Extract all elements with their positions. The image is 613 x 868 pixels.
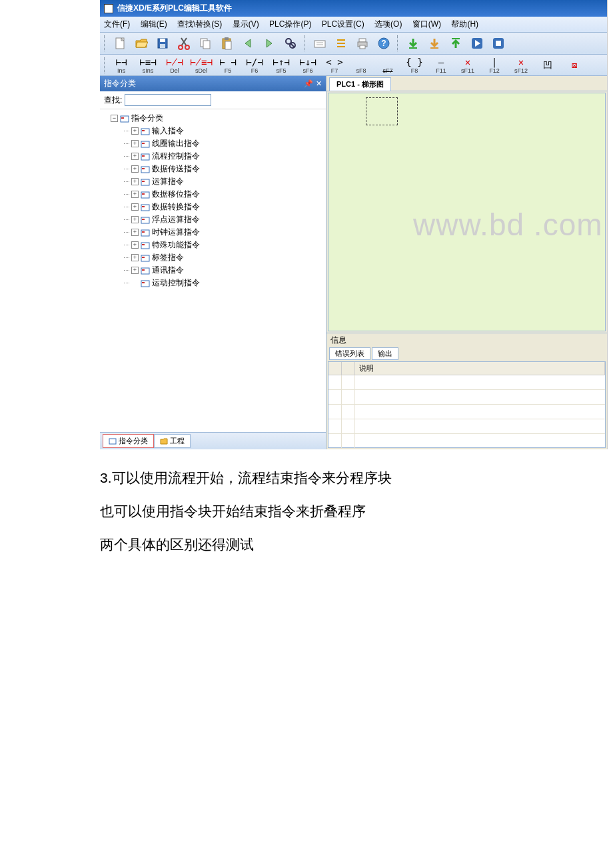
ladder-tool-sF6[interactable]: ⊢↓⊣sF6 [296,57,320,74]
tree-item[interactable]: +通讯指令 [124,264,322,277]
svg-rect-34 [142,130,145,131]
ladder-tool-17[interactable]: ⊠ [562,60,586,71]
menu-option[interactable]: 选项(O) [374,19,402,29]
svg-rect-51 [141,243,149,249]
expander-icon[interactable]: + [131,165,139,173]
ladder-tool-sF12[interactable]: ✕sF12 [509,57,533,74]
open-button[interactable] [133,35,149,51]
ladder-tool-F6[interactable]: ⊢/⊣F6 [243,57,267,74]
ladder-tool-sIns[interactable]: ⊢≡⊣sIns [136,57,160,74]
doc-tab[interactable]: PLC1 - 梯形图 [329,77,391,91]
download-button[interactable] [405,35,421,51]
ladder-tool-F7[interactable]: < >F7 [322,57,346,74]
search-row: 查找: [100,91,326,109]
cut-button[interactable] [176,35,192,51]
tab-project[interactable]: 工程 [154,434,191,448]
tree-item[interactable]: 运动控制指令 [124,277,322,289]
ladder-tool-F8[interactable]: { }F8 [402,57,426,74]
expander-icon[interactable]: + [131,203,139,211]
ladder-tool-Del[interactable]: ⊬⊣Del [163,57,187,74]
expander-icon[interactable]: + [131,216,139,223]
expander-icon[interactable]: + [131,267,139,274]
help-button[interactable]: ? [376,35,392,51]
folder-icon [141,254,150,262]
expander-icon[interactable]: − [111,115,118,122]
ladder-glyph-icon: ⊢/⊣ [246,57,263,67]
tree-item[interactable]: +输入指令 [124,125,322,137]
svg-rect-44 [142,193,145,195]
new-button[interactable] [112,35,128,51]
back-button[interactable] [240,35,256,51]
ladder-tool-Ins[interactable]: ⊢⊣Ins [109,57,133,74]
ladder-editor[interactable] [328,93,606,331]
svg-line-13 [291,43,295,47]
svg-rect-54 [142,257,145,258]
save-button[interactable] [155,35,171,51]
tree-item[interactable]: +数据转换指令 [124,201,322,213]
ladder-tool-label: F5 [225,67,232,74]
ladder-tool-F11[interactable]: —F11 [429,57,453,74]
expander-icon[interactable]: + [131,140,139,147]
tree-root-item[interactable]: − 指令分类 [111,112,322,125]
find-button[interactable] [283,35,299,51]
ladder-tool-F5[interactable]: ⊢ ⊣F5 [216,57,240,74]
tab-output[interactable]: 输出 [372,347,398,360]
ladder-tool-sF11[interactable]: ✕sF11 [456,57,480,74]
menu-file[interactable]: 文件(F) [104,19,130,29]
search-input[interactable] [125,94,211,106]
svg-rect-52 [142,244,145,245]
ladder-tool-F12[interactable]: |F12 [482,57,506,74]
pin-icon[interactable]: 📌 [304,79,313,88]
expander-icon[interactable]: + [131,153,139,160]
menu-plcop[interactable]: PLC操作(P) [269,19,311,29]
list-button[interactable] [333,35,349,51]
expander-icon[interactable]: + [131,254,139,261]
expander-icon[interactable]: + [131,241,139,249]
paste-button[interactable] [219,35,235,51]
forward-button[interactable] [261,35,277,51]
bottom-tabs: 指令分类 工程 [100,432,326,449]
tree-item[interactable]: +数据传送指令 [124,163,322,175]
menu-edit[interactable]: 编辑(E) [141,19,167,29]
ladder-tool-16[interactable]: 凹 [536,60,560,71]
tree-item[interactable]: +线圈输出指令 [124,137,322,150]
tree-item[interactable]: +时钟运算指令 [124,226,322,239]
tree-item[interactable]: +标签指令 [124,251,322,264]
folder-icon [141,140,150,148]
stop-button[interactable] [490,35,506,51]
svg-rect-42 [142,181,145,182]
menu-view[interactable]: 显示(V) [233,19,259,29]
expander-icon[interactable]: + [131,229,139,236]
menu-help[interactable]: 帮助(H) [451,19,478,29]
tree-item[interactable]: +数据移位指令 [124,188,322,201]
ladder-tool-sF7[interactable]: sF7 [376,56,400,74]
menu-search[interactable]: 查找\替换(S) [177,19,222,29]
ladder-tool-sDel[interactable]: ⊬≡⊣sDel [189,57,213,74]
expander-icon[interactable]: + [131,178,139,185]
print-button[interactable] [354,35,370,51]
close-icon[interactable]: ✕ [316,79,322,88]
ladder-tool-sF8[interactable]: sF8 [349,57,373,74]
ladder-tool-sF5[interactable]: ⊢↑⊣sF5 [269,57,293,74]
tree-item[interactable]: +浮点运算指令 [124,213,322,226]
ladder-tool-label: sIns [143,67,154,74]
menu-window[interactable]: 窗口(W) [412,19,441,29]
tree-item[interactable]: +流程控制指令 [124,150,322,163]
ladder-tool-label: F11 [436,67,446,74]
svg-rect-36 [142,143,145,144]
upload-button[interactable] [448,35,464,51]
tree-item[interactable]: +特殊功能指令 [124,239,322,251]
keyboard-button[interactable] [312,35,328,51]
expander-icon[interactable]: + [131,191,139,198]
tab-errors[interactable]: 错误列表 [329,347,370,360]
svg-rect-2 [160,39,165,42]
menu-plcset[interactable]: PLC设置(C) [322,19,364,29]
toolbar-grip [104,57,107,73]
expander-icon[interactable]: + [131,127,139,135]
run-button[interactable] [469,35,485,51]
tree-item[interactable]: +运算指令 [124,175,322,188]
copy-button[interactable] [197,35,213,51]
folder-icon [141,165,150,173]
upload-down-button[interactable] [426,35,442,51]
tab-instruction-category[interactable]: 指令分类 [103,434,154,448]
